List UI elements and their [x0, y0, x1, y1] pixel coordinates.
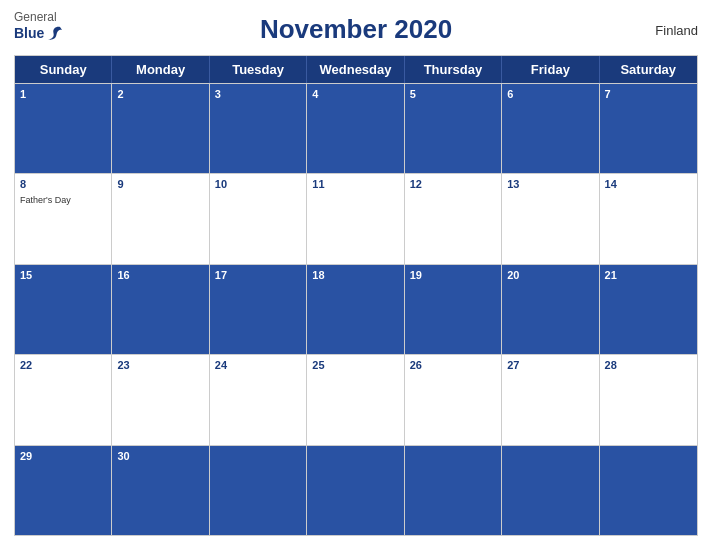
day-cell: 18 — [307, 265, 404, 354]
day-header-friday: Friday — [502, 56, 599, 83]
day-number: 5 — [410, 87, 496, 102]
day-number: 14 — [605, 177, 692, 192]
day-number: 4 — [312, 87, 398, 102]
day-cell — [600, 446, 697, 535]
calendar-header: General Blue November 2020 Finland — [14, 10, 698, 49]
calendar-grid: SundayMondayTuesdayWednesdayThursdayFrid… — [14, 55, 698, 536]
day-number: 30 — [117, 449, 203, 464]
day-cell: 11 — [307, 174, 404, 263]
day-header-monday: Monday — [112, 56, 209, 83]
day-cell: 7 — [600, 84, 697, 173]
day-number: 21 — [605, 268, 692, 283]
day-cell — [307, 446, 404, 535]
day-number: 8 — [20, 177, 106, 192]
day-number: 22 — [20, 358, 106, 373]
day-cell: 9 — [112, 174, 209, 263]
day-header-tuesday: Tuesday — [210, 56, 307, 83]
day-number: 7 — [605, 87, 692, 102]
logo-bird-icon — [46, 24, 64, 42]
day-cell: 6 — [502, 84, 599, 173]
day-number: 6 — [507, 87, 593, 102]
day-cell: 20 — [502, 265, 599, 354]
day-cell: 14 — [600, 174, 697, 263]
day-number: 3 — [215, 87, 301, 102]
day-header-saturday: Saturday — [600, 56, 697, 83]
day-cell: 17 — [210, 265, 307, 354]
day-cell: 19 — [405, 265, 502, 354]
day-number: 10 — [215, 177, 301, 192]
day-cell — [210, 446, 307, 535]
day-cell: 22 — [15, 355, 112, 444]
day-cell — [502, 446, 599, 535]
day-number: 20 — [507, 268, 593, 283]
day-cell: 30 — [112, 446, 209, 535]
day-header-wednesday: Wednesday — [307, 56, 404, 83]
week-row-4: 22232425262728 — [15, 354, 697, 444]
day-cell: 23 — [112, 355, 209, 444]
week-row-5: 2930 — [15, 445, 697, 535]
day-number: 18 — [312, 268, 398, 283]
day-headers-row: SundayMondayTuesdayWednesdayThursdayFrid… — [15, 56, 697, 83]
logo-general: General — [14, 10, 57, 24]
day-header-sunday: Sunday — [15, 56, 112, 83]
day-cell: 5 — [405, 84, 502, 173]
day-cell: 4 — [307, 84, 404, 173]
day-cell: 27 — [502, 355, 599, 444]
day-number: 28 — [605, 358, 692, 373]
day-cell: 1 — [15, 84, 112, 173]
day-number: 17 — [215, 268, 301, 283]
day-cell: 24 — [210, 355, 307, 444]
day-number: 9 — [117, 177, 203, 192]
day-cell: 29 — [15, 446, 112, 535]
day-cell: 13 — [502, 174, 599, 263]
day-cell: 10 — [210, 174, 307, 263]
week-row-1: 1234567 — [15, 83, 697, 173]
day-cell: 26 — [405, 355, 502, 444]
day-number: 2 — [117, 87, 203, 102]
day-cell: 2 — [112, 84, 209, 173]
logo-blue: Blue — [14, 25, 44, 42]
day-header-thursday: Thursday — [405, 56, 502, 83]
day-number: 24 — [215, 358, 301, 373]
day-cell — [405, 446, 502, 535]
day-number: 15 — [20, 268, 106, 283]
country-label: Finland — [655, 22, 698, 37]
day-number: 26 — [410, 358, 496, 373]
week-row-2: 8Father's Day91011121314 — [15, 173, 697, 263]
calendar-title: November 2020 — [260, 14, 452, 45]
day-number: 19 — [410, 268, 496, 283]
day-number: 1 — [20, 87, 106, 102]
day-cell: 8Father's Day — [15, 174, 112, 263]
day-number: 29 — [20, 449, 106, 464]
day-number: 23 — [117, 358, 203, 373]
day-cell: 15 — [15, 265, 112, 354]
logo-area: General Blue — [14, 10, 64, 42]
day-cell: 3 — [210, 84, 307, 173]
day-cell: 28 — [600, 355, 697, 444]
event-label: Father's Day — [20, 195, 106, 207]
day-number: 16 — [117, 268, 203, 283]
calendar-container: General Blue November 2020 Finland Sunda… — [0, 0, 712, 550]
day-number: 12 — [410, 177, 496, 192]
day-number: 25 — [312, 358, 398, 373]
day-number: 13 — [507, 177, 593, 192]
day-number: 27 — [507, 358, 593, 373]
day-cell: 12 — [405, 174, 502, 263]
day-cell: 16 — [112, 265, 209, 354]
day-number: 11 — [312, 177, 398, 192]
day-cell: 21 — [600, 265, 697, 354]
week-row-3: 15161718192021 — [15, 264, 697, 354]
weeks-container: 12345678Father's Day91011121314151617181… — [15, 83, 697, 535]
day-cell: 25 — [307, 355, 404, 444]
